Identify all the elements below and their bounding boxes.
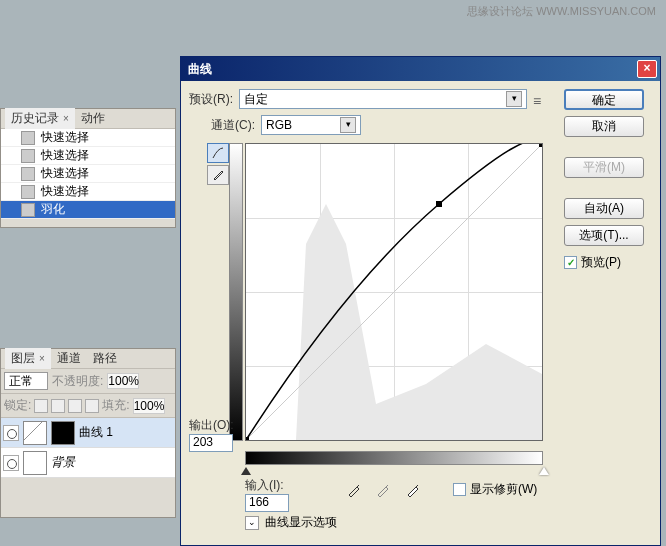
tab-paths[interactable]: 路径 xyxy=(87,348,123,369)
layer-name: 背景 xyxy=(51,454,75,471)
input-group: 输入(I): 166 xyxy=(245,477,289,512)
curve-point xyxy=(436,201,442,207)
input-input[interactable]: 166 xyxy=(245,494,289,512)
layers-tabs: 图层× 通道 路径 xyxy=(1,349,175,369)
close-button[interactable]: × xyxy=(637,60,657,78)
tab-channels[interactable]: 通道 xyxy=(51,348,87,369)
eyedropper-gray-icon[interactable] xyxy=(374,481,392,499)
output-input[interactable]: 203 xyxy=(189,434,233,452)
lock-position-icon[interactable] xyxy=(68,399,82,413)
layer-thumb-curves xyxy=(23,421,47,445)
curve-endpoint-high xyxy=(539,144,542,147)
cancel-button[interactable]: 取消 xyxy=(564,116,644,137)
chevron-down-icon: ▾ xyxy=(340,117,356,133)
lock-transparent-icon[interactable] xyxy=(34,399,48,413)
checkbox-icon xyxy=(453,483,466,496)
layer-mask-thumb xyxy=(51,421,75,445)
preset-menu-icon[interactable] xyxy=(533,93,549,105)
dialog-body: 预设(R): 自定 ▾ 通道(C): RGB ▾ xyxy=(181,81,660,545)
curve-tool-icon[interactable] xyxy=(207,143,229,163)
visibility-icon[interactable] xyxy=(3,455,19,471)
layer-thumb xyxy=(23,451,47,475)
dialog-title: 曲线 xyxy=(184,61,212,78)
tool-icon xyxy=(21,185,35,199)
tab-layers[interactable]: 图层× xyxy=(5,348,51,369)
history-list: 快速选择 快速选择 快速选择 快速选择 羽化 xyxy=(1,129,175,219)
options-button[interactable]: 选项(T)... xyxy=(564,225,644,246)
tool-icon xyxy=(21,131,35,145)
dialog-buttons: 确定 取消 平滑(M) 自动(A) 选项(T)... ✓ 预览(P) xyxy=(564,89,650,271)
expand-icon: ⌄ xyxy=(245,516,259,530)
layer-options-row: 正常 不透明度: 100% xyxy=(1,369,175,394)
channel-label: 通道(C): xyxy=(211,117,255,134)
tab-history[interactable]: 历史记录× xyxy=(5,108,75,129)
opacity-value[interactable]: 100% xyxy=(107,373,139,389)
layer-name: 曲线 1 xyxy=(79,424,113,441)
white-point-slider[interactable] xyxy=(539,467,549,475)
black-point-slider[interactable] xyxy=(241,467,251,475)
tool-icon xyxy=(21,203,35,217)
layer-list: 曲线 1 背景 xyxy=(1,418,175,478)
fill-label: 填充: xyxy=(102,397,129,414)
output-gradient xyxy=(229,143,243,441)
preview-checkbox[interactable]: ✓ 预览(P) xyxy=(564,254,650,271)
tool-icon xyxy=(21,149,35,163)
histogram-fill xyxy=(246,204,542,440)
history-row[interactable]: 快速选择 xyxy=(1,147,175,165)
history-row[interactable]: 快速选择 xyxy=(1,165,175,183)
lock-row: 锁定: 填充: 100% xyxy=(1,394,175,418)
checkbox-checked-icon: ✓ xyxy=(564,256,577,269)
close-icon[interactable]: × xyxy=(39,353,45,364)
output-group: 输出(O): 203 xyxy=(189,417,234,452)
close-icon[interactable]: × xyxy=(63,113,69,124)
lock-pixels-icon[interactable] xyxy=(51,399,65,413)
tool-icon xyxy=(21,167,35,181)
eyedropper-white-icon[interactable] xyxy=(404,481,422,499)
layer-row[interactable]: 背景 xyxy=(1,448,175,478)
eyedropper-black-icon[interactable] xyxy=(345,481,363,499)
history-row[interactable]: 快速选择 xyxy=(1,183,175,201)
chevron-down-icon: ▾ xyxy=(506,91,522,107)
curve-grid xyxy=(245,143,543,441)
fill-value[interactable]: 100% xyxy=(133,398,165,414)
visibility-icon[interactable] xyxy=(3,425,19,441)
smooth-button[interactable]: 平滑(M) xyxy=(564,157,644,178)
curves-dialog: 曲线 × 预设(R): 自定 ▾ 通道(C): RGB ▾ xyxy=(180,56,661,546)
lock-label: 锁定: xyxy=(4,397,31,414)
channel-select[interactable]: RGB ▾ xyxy=(261,115,361,135)
preset-label: 预设(R): xyxy=(189,91,233,108)
history-panel: 历史记录× 动作 快速选择 快速选择 快速选择 快速选择 羽化 xyxy=(0,108,176,228)
lock-all-icon[interactable] xyxy=(85,399,99,413)
watermark-text: 思缘设计论坛 WWW.MISSYUAN.COM xyxy=(467,4,656,19)
pencil-tool-icon[interactable] xyxy=(207,165,229,185)
tab-actions[interactable]: 动作 xyxy=(75,108,111,129)
opacity-label: 不透明度: xyxy=(52,373,103,390)
curve-graph[interactable] xyxy=(245,143,543,441)
output-label: 输出(O): xyxy=(189,417,234,434)
curve-display-options[interactable]: ⌄ 曲线显示选项 xyxy=(245,514,337,531)
auto-button[interactable]: 自动(A) xyxy=(564,198,644,219)
dialog-titlebar[interactable]: 曲线 × xyxy=(181,57,660,81)
preset-select[interactable]: 自定 ▾ xyxy=(239,89,527,109)
history-row[interactable]: 快速选择 xyxy=(1,129,175,147)
history-row-selected[interactable]: 羽化 xyxy=(1,201,175,219)
input-gradient xyxy=(245,451,543,465)
input-label: 输入(I): xyxy=(245,477,289,494)
curve-endpoint-low xyxy=(246,437,249,440)
layer-row-selected[interactable]: 曲线 1 xyxy=(1,418,175,448)
show-clipping-checkbox[interactable]: 显示修剪(W) xyxy=(453,481,537,498)
layers-panel: 图层× 通道 路径 正常 不透明度: 100% 锁定: 填充: 100% 曲线 … xyxy=(0,348,176,518)
history-tabs: 历史记录× 动作 xyxy=(1,109,175,129)
ok-button[interactable]: 确定 xyxy=(564,89,644,110)
blend-mode-select[interactable]: 正常 xyxy=(4,372,48,390)
